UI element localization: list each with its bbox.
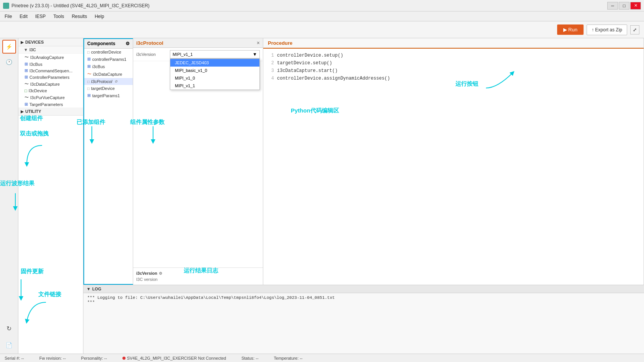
list-item[interactable]: ⊞ I3cCommandSequen... [18,67,83,74]
wave-icon: 〜 [24,95,29,100]
personality-status: Personality: -- [81,356,107,360]
devices-label: DEVICES [25,40,44,44]
log-header: ▼ LOG [83,285,644,293]
wave-icon: 〜 [87,71,91,77]
props-close-button[interactable]: × [257,40,260,46]
list-item[interactable]: ⊞ controllerParams1 [84,55,133,63]
log-content: *** Logging to file: C:\Users\wuhailei\A… [83,293,644,352]
line-code: controllerDevice.assignDynamicAddresses(… [277,75,390,82]
item-label: ControllerParameters [29,75,70,80]
line-code: i3cDataCapture.start() [277,67,337,74]
menu-tools[interactable]: Tools [50,13,67,20]
dropdown-item[interactable]: MIPI_v1_0 [170,74,259,82]
list-item[interactable]: □ targetDevice [84,85,133,92]
selected-version: MIPI_v1_1 [173,52,253,57]
doc-icon: □ [87,86,90,91]
version-dropdown[interactable]: MIPI_v1_1 ▼ [170,50,260,59]
props-version-row: i3cVersion MIPI_v1_1 ▼ JEDEC_JESD403 MIP… [133,48,263,61]
list-item[interactable]: 〜 I3cDataCapture [18,80,83,88]
comp-label: i3cBus [92,64,105,69]
utility-section-header[interactable]: ▶ UTILITY [18,108,83,116]
list-item[interactable]: 〜 I3cPurVueCapture [18,94,83,101]
linked-icon: ⚙ [114,80,117,83]
line-code: controllerDevice.setup() [277,52,343,59]
sidebar-devices-btn[interactable]: ⚡ [2,40,16,54]
wave-icon: 〜 [24,81,29,87]
code-line: 1 controllerDevice.setup() [265,52,642,59]
run-button[interactable]: ▶ Run [557,24,584,35]
dropdown-item[interactable]: JEDEC_JESD403 [170,59,259,67]
list-item[interactable]: □ I3cDevice [18,88,83,94]
list-item[interactable]: 〜 I3cAnalogCapture [18,54,83,61]
connection-label: SV4E_4L2G_MIPI_I3C_EXERCISER Not Connect… [127,356,226,360]
statusbar: Serial #: -- Fw revision: -- Personality… [0,354,644,362]
fw-revision-status: Fw revision: -- [39,356,66,360]
version-dropdown-list: JEDEC_JESD403 MIPI_basic_v1_0 MIPI_v1_0 … [170,59,260,90]
line-code: targetDevice.setup() [277,60,332,67]
item-label: I3cBus [29,62,42,67]
props-header: i3cProtocol × [133,38,263,48]
utility-label: UTILITY [25,109,41,114]
sidebar-firmware-btn[interactable]: ↻ [2,321,16,335]
list-item[interactable]: ⊞ i3cBus [84,63,133,70]
code-content: 1 controllerDevice.setup() 2 targetDevic… [263,49,644,285]
i3c-section[interactable]: ▼ I3C [18,46,83,54]
list-item[interactable]: ⊞ ControllerParameters [18,74,83,80]
link-icon: ⚙ [159,271,162,276]
dropdown-item[interactable]: MIPI_basic_v1_0 [170,67,259,74]
list-item[interactable]: ⊞ TargetParameters [18,101,83,108]
comp-label: targetParams1 [92,93,120,98]
menu-file[interactable]: File [2,13,15,20]
i3c-arrow: ▼ [24,47,28,52]
log-collapse-icon[interactable]: ▼ [86,287,91,291]
i3c-label: I3C [29,47,36,52]
sidebar-history-btn[interactable]: 🕐 [2,55,16,69]
doc-icon: □ [24,88,27,93]
grid-icon: ⊞ [87,57,91,62]
dropdown-arrow-icon: ▼ [253,52,257,57]
titlebar-controls[interactable]: ─ □ ✕ [607,2,641,10]
center-top: Components ⚙ □ controllerDevice ⊞ contro… [83,38,644,285]
list-item[interactable]: ⊞ targetParams1 [84,92,133,99]
properties-panel: i3cProtocol × i3cVersion MIPI_v1_1 ▼ JED… [133,38,263,285]
titlebar: Pinetree (v 23.3.0) - Untitled (SV4E_4L2… [0,0,644,11]
grid-icon: ⊞ [24,102,28,107]
connection-status: SV4E_4L2G_MIPI_I3C_EXERCISER Not Connect… [122,356,226,360]
devices-panel: ▶ DEVICES ▼ I3C 〜 I3cAnalogCapture ⊞ I3c… [18,38,83,354]
comp-label: controllerDevice [91,50,121,54]
titlebar-title: Pinetree (v 23.3.0) - Untitled (SV4E_4L2… [11,3,607,8]
close-button[interactable]: ✕ [630,2,641,10]
minimize-button[interactable]: ─ [607,2,618,10]
export-button[interactable]: ↑ Export as Zip [587,24,627,35]
comp-label: i3cDataCapture [93,72,122,77]
list-item[interactable]: ⊞ I3cBus [18,61,83,67]
procedure-panel: Procedure 1 controllerDevice.setup() 2 t… [263,38,644,285]
menu-help[interactable]: Help [91,13,107,20]
components-settings-icon[interactable]: ⚙ [126,41,130,46]
maximize-button[interactable]: □ [619,2,629,10]
item-label: TargetParameters [29,102,63,107]
item-label: I3cAnalogCapture [30,55,64,60]
menu-iesp[interactable]: IESP [32,13,49,20]
log-title: LOG [92,287,101,291]
devices-section-header[interactable]: ▶ DEVICES [18,38,83,46]
menu-results[interactable]: Results [68,13,90,20]
code-line: 4 controllerDevice.assignDynamicAddresse… [265,75,642,82]
list-item[interactable]: □ controllerDevice [84,49,133,55]
prop-name: i3cVersion ⚙ [136,271,260,276]
list-item[interactable]: □ I3cProtocol ⚙ [84,78,133,85]
list-item[interactable]: 〜 i3cDataCapture [84,70,133,78]
status-label: Status: -- [241,356,259,360]
comp-label: targetDevice [91,86,115,91]
grid-icon: ⊞ [87,64,91,69]
grid-icon: ⊞ [24,68,28,73]
expand-button[interactable]: ⤢ [630,25,639,34]
dropdown-item[interactable]: MIPI_v1_1 [170,82,259,90]
menu-edit[interactable]: Edit [16,13,31,20]
sidebar-file-btn[interactable]: 📄 [2,338,16,352]
procedure-header: Procedure [263,38,644,49]
temperature-status: Temperature: -- [274,356,303,360]
components-header: Components ⚙ [84,39,133,49]
line-number: 2 [266,60,274,67]
props-title: i3cProtocol [136,40,163,46]
